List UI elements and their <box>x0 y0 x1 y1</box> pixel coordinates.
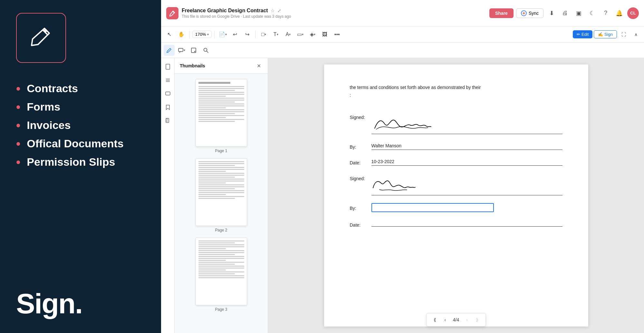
thumbnail-page-1[interactable]: Page 1 <box>196 79 247 153</box>
bullet-list: Contracts Forms Invoices Offical Documen… <box>16 82 145 174</box>
more-tools[interactable]: ••• <box>332 29 342 40</box>
hand-tool[interactable]: ✋ <box>176 29 187 40</box>
thumb-line <box>198 188 235 189</box>
comment-icon <box>178 47 184 53</box>
document-area: the terms and conditions set forth above… <box>268 58 644 333</box>
thumb-line <box>198 268 244 269</box>
thumb-line <box>198 96 226 97</box>
thumb-line <box>198 100 244 101</box>
shape-tool[interactable]: □▾ <box>258 29 269 40</box>
sidebar-page-icon[interactable] <box>162 61 173 72</box>
signature-section-2: Signed: By: <box>350 173 562 228</box>
export-icon[interactable]: ⤢ <box>277 8 281 13</box>
sidebar-comment-icon[interactable] <box>162 88 173 99</box>
toolbar: ↖ ✋ 170% ▾ 📄▾ ↩ ↪ □▾ T▾ A▾ ▭▾ ◈▾ 🖼 ••• ✏… <box>161 26 644 43</box>
thumb-line <box>198 167 244 168</box>
thumb-line <box>198 260 226 261</box>
signature-section-1: Signed: By: <box>350 112 562 166</box>
thumb-line <box>198 244 244 245</box>
signature-image-2 <box>371 173 562 194</box>
thumb-line <box>198 184 244 185</box>
by-label-1: By: <box>350 142 368 150</box>
sync-button[interactable]: Sync <box>516 8 543 18</box>
sticky-note-tool[interactable] <box>188 45 199 56</box>
doc-subtitle: This file is stored on Google Drive · La… <box>182 14 291 19</box>
thumb-line <box>198 175 244 176</box>
help-icon[interactable]: ? <box>600 8 611 19</box>
svg-rect-9 <box>166 92 170 95</box>
color-tool[interactable]: A▾ <box>283 29 293 40</box>
next-page-button[interactable]: › <box>462 315 471 324</box>
fill-tool[interactable]: ◈▾ <box>307 29 318 40</box>
sidebar-bookmark-icon[interactable] <box>162 102 173 113</box>
print-icon[interactable]: 🖨 <box>560 8 571 19</box>
sig-date-area-1: 10-23-2022 <box>371 158 562 166</box>
comment-tool[interactable]: ▾ <box>176 45 187 56</box>
thumbnail-img-2 <box>196 158 247 226</box>
logo-box <box>16 13 66 63</box>
image-tool[interactable]: 🖼 <box>319 29 330 40</box>
title-row: Freelance Graphic Design Contract ☆ ⤢ <box>182 8 291 14</box>
thumb-line <box>198 105 244 106</box>
thumb-line <box>198 109 244 110</box>
toolbar-right: ✏ Edit ✍ Sign ⛶ ∧ <box>573 29 641 40</box>
pages-icon[interactable]: ▣ <box>573 8 584 19</box>
thumb-line <box>198 107 226 108</box>
pen-tool[interactable] <box>164 45 175 56</box>
prev-page-button[interactable]: ‹ <box>441 315 450 324</box>
sign-mode-button[interactable]: ✍ Sign <box>594 30 617 38</box>
collapse-button[interactable]: ∧ <box>630 29 641 40</box>
thumb-line <box>198 271 244 272</box>
thumb-line <box>198 173 244 174</box>
thumb-line <box>198 86 244 87</box>
title-info: Freelance Graphic Design Contract ☆ ⤢ Th… <box>182 8 291 19</box>
sig-by-input-2[interactable] <box>371 203 494 212</box>
first-page-button[interactable]: ⟪ <box>430 315 439 324</box>
expand-button[interactable]: ⛶ <box>618 29 629 40</box>
avatar[interactable]: CL <box>627 7 639 19</box>
zoom-dropdown-arrow: ▾ <box>207 33 209 36</box>
select-tool[interactable]: ↖ <box>164 29 175 40</box>
thumb-line <box>198 190 244 191</box>
thumb-line <box>198 103 244 104</box>
star-icon[interactable]: ☆ <box>271 8 275 13</box>
thumbnail-page-3[interactable]: Page 3 <box>196 238 247 312</box>
thumb-line <box>198 163 244 164</box>
thumb-line <box>198 254 235 255</box>
thumb-line <box>198 246 244 247</box>
thumbnails-title: Thumbnails <box>180 63 205 68</box>
sig-row-1-date: Date: 10-23-2022 <box>350 158 562 166</box>
edit-mode-button[interactable]: ✏ Edit <box>573 30 592 38</box>
annotation-toolbar: ▾ <box>161 43 644 58</box>
bell-icon[interactable]: 🔔 <box>614 8 625 19</box>
undo-tool[interactable]: ↩ <box>229 29 240 40</box>
thumb-line <box>198 264 235 265</box>
list-item-invoices: Invoices <box>16 119 145 132</box>
moon-icon[interactable]: ☾ <box>587 8 598 19</box>
search-tool[interactable] <box>200 45 211 56</box>
sync-label: Sync <box>529 11 539 16</box>
download-icon[interactable]: ⬇ <box>546 8 557 19</box>
text-tool[interactable]: T▾ <box>270 29 281 40</box>
thumbnail-page-2[interactable]: Page 2 <box>196 158 247 232</box>
redo-tool[interactable]: ↪ <box>242 29 253 40</box>
by-label-2: By: <box>350 203 368 211</box>
right-panel: Freelance Graphic Design Contract ☆ ⤢ Th… <box>161 0 644 333</box>
thumbnails-close-button[interactable]: ✕ <box>255 62 263 70</box>
thumb-line <box>198 161 244 162</box>
sig-date-value-1: 10-23-2022 <box>371 158 562 166</box>
sidebar-attachment-icon[interactable] <box>162 115 173 126</box>
thumb-line <box>198 262 244 263</box>
thumb-line <box>198 196 244 197</box>
page-icon <box>165 64 171 70</box>
sidebar-list-icon[interactable] <box>162 75 173 86</box>
new-page-tool[interactable]: 📄▾ <box>217 29 228 40</box>
thumbnail-img-3 <box>196 238 247 305</box>
last-page-button[interactable]: ⟫ <box>473 315 482 324</box>
rect-tool[interactable]: ▭▾ <box>295 29 306 40</box>
separator-1 <box>189 31 190 38</box>
share-button[interactable]: Share <box>489 8 514 18</box>
thumb-line <box>198 92 244 93</box>
zoom-selector[interactable]: 170% ▾ <box>192 31 212 38</box>
signed-label-2: Signed: <box>350 173 368 181</box>
